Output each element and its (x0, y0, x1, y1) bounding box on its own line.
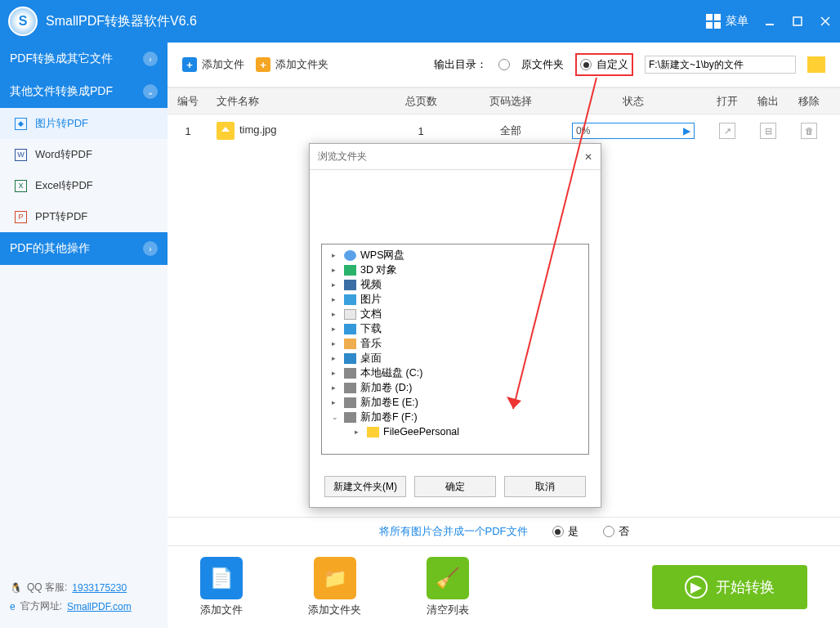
minimize-button[interactable] (763, 15, 776, 28)
video-icon (344, 280, 356, 290)
progress-bar[interactable]: 0%▶ (572, 123, 695, 139)
col-status: 状态 (560, 94, 707, 109)
tree-item[interactable]: ▸3D 对象 (324, 262, 587, 277)
tree-item[interactable]: ▸新加卷E (E:) (324, 395, 587, 410)
folder-icon (367, 427, 379, 437)
col-open: 打开 (707, 94, 748, 109)
table-row[interactable]: 1 timg.jpg 1 全部 0%▶ ↗ ⊟ 🗑 (168, 114, 840, 147)
output-button[interactable]: ⊟ (760, 123, 776, 139)
tree-item[interactable]: ▸桌面 (324, 351, 587, 366)
custom-label: 自定义 (596, 57, 628, 72)
dialog-close-button[interactable]: ✕ (584, 151, 592, 163)
sidebar-section-other-to-pdf[interactable]: 其他文件转换成PDF⌄ (0, 75, 168, 108)
folder-plus-icon: + (256, 57, 270, 72)
documents-icon (344, 309, 356, 320)
menu-button[interactable]: 菜单 (706, 14, 748, 29)
app-logo: S (8, 7, 38, 36)
add-file-big-button[interactable]: 📄添加文件 (200, 557, 243, 617)
music-icon (344, 339, 356, 349)
excel-icon: X (15, 180, 27, 192)
radio-merge-yes[interactable] (552, 526, 564, 537)
sidebar-footer: 🐧QQ 客服:1933175230 e官方网址:SmallPDF.com (0, 571, 168, 628)
sidebar: PDF转换成其它文件› 其他文件转换成PDF⌄ ◆图片转PDF WWord转PD… (0, 43, 168, 628)
radio-custom[interactable] (580, 59, 592, 70)
broom-icon: 🧹 (427, 557, 469, 599)
cancel-button[interactable]: 取消 (504, 476, 586, 497)
remove-button[interactable]: 🗑 (801, 123, 817, 139)
col-name: 文件名称 (208, 94, 380, 109)
open-button[interactable]: ↗ (719, 123, 735, 139)
ok-button[interactable]: 确定 (414, 476, 496, 497)
cell-select[interactable]: 全部 (462, 123, 560, 138)
sidebar-section-pdf-to-other[interactable]: PDF转换成其它文件› (0, 43, 168, 75)
ppt-icon: P (15, 211, 27, 223)
tree-item[interactable]: ▸文档 (324, 307, 587, 321)
clear-list-button[interactable]: 🧹清空列表 (427, 557, 469, 617)
dialog-titlebar: 浏览文件夹 ✕ (310, 144, 601, 170)
browse-folder-dialog: 浏览文件夹 ✕ ▸WPS网盘 ▸3D 对象 ▸视频 ▸图片 ▸文档 ▸下载 ▸音… (309, 143, 601, 508)
sidebar-item-ppt-to-pdf[interactable]: PPPT转PDF (0, 201, 168, 232)
bottom-toolbar: 📄添加文件 📁添加文件夹 🧹清空列表 ▶开始转换 (168, 546, 840, 628)
play-icon[interactable]: ▶ (683, 125, 690, 137)
col-num: 编号 (168, 94, 208, 109)
output-path-input[interactable] (645, 56, 796, 74)
cell-pages: 1 (380, 125, 462, 137)
tree-item[interactable]: ▸本地磁盘 (C:) (324, 366, 587, 380)
sidebar-item-image-to-pdf[interactable]: ◆图片转PDF (0, 108, 168, 139)
sidebar-section-pdf-other-ops[interactable]: PDF的其他操作› (0, 232, 168, 265)
cell-name: timg.jpg (208, 122, 380, 140)
image-icon: ◆ (15, 118, 27, 130)
folder-plus-icon: 📁 (314, 557, 356, 599)
ie-icon: e (10, 601, 16, 612)
file-plus-icon: 📄 (200, 557, 243, 599)
tree-item[interactable]: ▸FileGeePersonal (324, 424, 587, 439)
image-file-icon (217, 122, 235, 140)
custom-output-highlight: 自定义 (575, 53, 633, 76)
titlebar: S SmallPDF转换器软件V6.6 菜单 (0, 0, 840, 43)
dialog-title: 浏览文件夹 (318, 150, 367, 164)
radio-original-folder[interactable] (498, 59, 510, 70)
chevron-down-icon: ⌄ (143, 84, 158, 99)
folder-tree[interactable]: ▸WPS网盘 ▸3D 对象 ▸视频 ▸图片 ▸文档 ▸下载 ▸音乐 ▸桌面 ▸本… (321, 244, 589, 455)
cloud-icon (344, 250, 356, 261)
add-folder-button[interactable]: +添加文件夹 (256, 57, 328, 72)
sidebar-item-excel-to-pdf[interactable]: XExcel转PDF (0, 170, 168, 201)
tree-item[interactable]: ▸图片 (324, 292, 587, 307)
tree-item[interactable]: ▸下载 (324, 321, 587, 336)
site-link[interactable]: SmallPDF.com (67, 601, 132, 612)
start-convert-button[interactable]: ▶开始转换 (652, 565, 807, 609)
tree-item[interactable]: ▸音乐 (324, 336, 587, 351)
radio-merge-no[interactable] (603, 526, 614, 537)
tree-item[interactable]: ▸新加卷 (D:) (324, 380, 587, 395)
app-title: SmallPDF转换器软件V6.6 (46, 13, 197, 30)
tree-item[interactable]: ▸WPS网盘 (324, 248, 587, 262)
qq-icon: 🐧 (10, 582, 22, 594)
tree-item[interactable]: ⌄新加卷F (F:) (324, 410, 587, 424)
new-folder-button[interactable]: 新建文件夹(M) (324, 476, 406, 497)
svg-rect-1 (793, 17, 802, 25)
menu-icon (706, 14, 721, 29)
disk-icon (344, 368, 356, 379)
original-folder-label: 原文件夹 (521, 57, 564, 72)
sidebar-item-word-to-pdf[interactable]: WWord转PDF (0, 139, 168, 170)
plus-icon: + (182, 57, 197, 72)
tree-item[interactable]: ▸视频 (324, 277, 587, 292)
cell-num: 1 (168, 125, 208, 137)
table-header: 编号 文件名称 总页数 页码选择 状态 打开 输出 移除 (168, 88, 840, 114)
qq-link[interactable]: 1933175230 (72, 582, 127, 594)
col-pages: 总页数 (380, 94, 462, 109)
col-del: 移除 (789, 94, 829, 109)
close-button[interactable] (819, 15, 832, 28)
chevron-right-icon: › (143, 52, 158, 66)
disk-icon (344, 383, 356, 393)
output-dir-label: 输出目录： (434, 57, 487, 72)
browse-folder-button[interactable] (807, 56, 825, 73)
add-folder-big-button[interactable]: 📁添加文件夹 (308, 557, 361, 617)
col-sel: 页码选择 (462, 94, 560, 109)
toolbar: +添加文件 +添加文件夹 输出目录： 原文件夹 自定义 (168, 43, 840, 88)
merge-bar: 将所有图片合并成一个PDF文件 是 否 (168, 517, 840, 546)
play-circle-icon: ▶ (685, 576, 708, 599)
menu-label: 菜单 (726, 14, 748, 29)
maximize-button[interactable] (791, 15, 804, 28)
add-file-button[interactable]: +添加文件 (182, 57, 244, 72)
